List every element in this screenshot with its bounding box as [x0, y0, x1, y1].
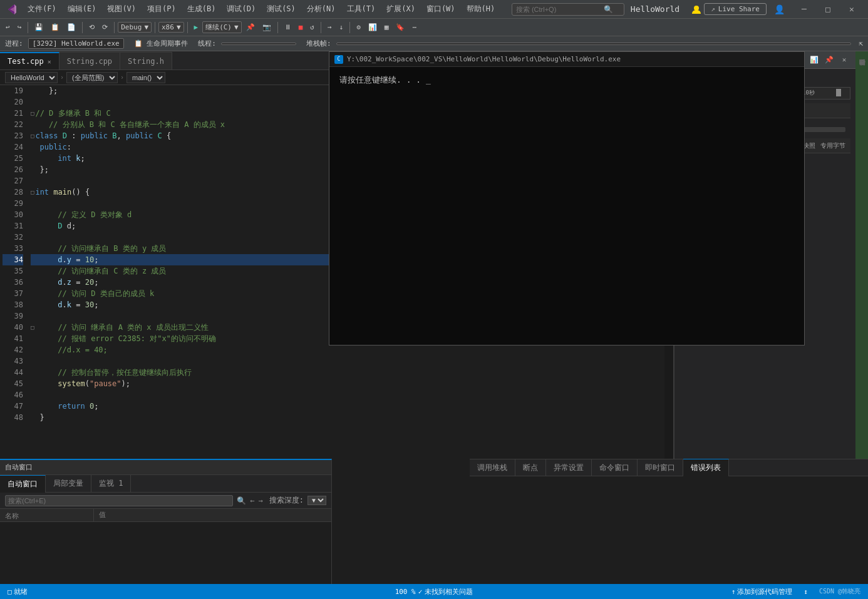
tab-immediate-window[interactable]: 即时窗口 — [638, 459, 683, 476]
tab-call-stack[interactable]: 调用堆栈 — [470, 459, 515, 476]
sep4 — [155, 22, 155, 33]
restore-button[interactable]: □ — [817, 0, 839, 19]
toolbar-redo[interactable]: ↪ — [14, 22, 25, 33]
platform-dropdown[interactable]: x86 ▼ — [158, 22, 184, 33]
right-deco: 诊断会话时间轴 — [855, 51, 868, 459]
minimize-button[interactable]: ─ — [793, 0, 815, 19]
tab-auto-window[interactable]: 自动窗口 — [0, 475, 46, 493]
toolbar-snapshot[interactable]: 📷 — [259, 22, 274, 33]
toolbar-restart[interactable]: ↺ — [307, 22, 318, 33]
toolbar-save2[interactable]: 📋 — [48, 22, 63, 33]
toolbar-stepover[interactable]: → — [324, 22, 335, 33]
close-button[interactable]: ✕ — [840, 0, 863, 19]
tab-label: Test.cpp — [8, 57, 44, 66]
debug-arrow: ▼ — [144, 23, 148, 31]
auto-window-title: 自动窗口 — [0, 460, 331, 475]
lower-tabs: 调用堆栈 断点 异常设置 命令窗口 即时窗口 错误列表 — [470, 459, 868, 476]
tab-close-icon[interactable]: ✕ — [48, 58, 51, 65]
toolbar-stop[interactable]: ■ — [296, 22, 306, 33]
toolbar-more4[interactable]: ⋯ — [409, 22, 420, 33]
toolbar-play[interactable]: ▶ — [191, 22, 202, 33]
toolbar-pause[interactable]: ⏸ — [281, 22, 294, 33]
tab-breakpoints[interactable]: 断点 — [515, 459, 546, 476]
symbol-select[interactable]: main() — [127, 72, 165, 83]
toolbar-stepinto[interactable]: ↓ — [336, 22, 347, 33]
search-input[interactable] — [516, 6, 604, 13]
bottom-tabs: 自动窗口 局部变量 监视 1 — [0, 475, 331, 493]
continue-dropdown[interactable]: 继续(C) ▼ — [202, 21, 242, 33]
sep8 — [349, 22, 350, 33]
add-to-source[interactable]: ↑ 添加到源代码管理 — [729, 587, 795, 596]
private-bytes-label: 专用字节 — [820, 141, 845, 150]
col-value-header: 值 — [94, 509, 331, 521]
panel-pin[interactable]: 📌 — [823, 54, 835, 66]
stack-label: 堆栈帧: — [306, 39, 331, 48]
zoom-label: 100 % — [395, 588, 416, 596]
project-select[interactable]: HelloWorld — [5, 72, 58, 83]
tab-exception-settings[interactable]: 异常设置 — [546, 459, 592, 476]
depth-select[interactable]: ▼ — [307, 496, 326, 505]
thread-dropdown[interactable] — [221, 43, 296, 45]
auto-search-input[interactable] — [5, 495, 233, 506]
status-right: ↑ 添加到源代码管理 ↕ CSDN @韩晓亮 — [729, 587, 863, 596]
tab-label3: String.h — [128, 57, 164, 66]
menu-analyze[interactable]: 分析(N) — [302, 3, 341, 16]
code-line-43 — [31, 356, 662, 367]
panel-chart[interactable]: 📊 — [808, 54, 820, 66]
tab-command-window[interactable]: 命令窗口 — [592, 459, 638, 476]
menu-file[interactable]: 文件(F) — [23, 3, 61, 16]
issues-icon: ✓ — [418, 588, 423, 596]
toolbar-bookmark[interactable]: 🔖 — [393, 22, 408, 33]
nav-right[interactable]: → — [259, 496, 263, 505]
tab-string-cpp[interactable]: String.cpp — [59, 52, 120, 69]
menu-build[interactable]: 生成(B) — [182, 3, 221, 16]
stack-dropdown[interactable] — [336, 43, 852, 45]
menu-project[interactable]: 项目(P) — [142, 3, 181, 16]
person-icon[interactable]: 👤 — [772, 2, 787, 17]
code-line-47: return 0; — [31, 401, 662, 412]
tab-watch1[interactable]: 监视 1 — [91, 475, 131, 493]
continue-arrow: ▼ — [234, 23, 239, 31]
nav-left[interactable]: ← — [250, 496, 254, 505]
scope-select[interactable]: (全局范围) — [66, 72, 118, 83]
menu-window[interactable]: 窗口(W) — [421, 3, 460, 16]
live-share-button[interactable]: ↗ Live Share — [704, 3, 767, 15]
status-ready[interactable]: □ 就绪 — [5, 587, 30, 596]
debug-dropdown[interactable]: Debug ▼ — [118, 22, 152, 33]
app-title: HelloWorld — [631, 4, 679, 14]
menu-tools[interactable]: 工具(T) — [342, 3, 381, 16]
search-icon: 🔍 — [604, 5, 613, 14]
expand-icon[interactable]: ⇱ — [859, 39, 863, 48]
search-box[interactable]: 🔍 — [512, 3, 624, 16]
menu-debug[interactable]: 调试(D) — [222, 3, 261, 16]
toolbar-undo[interactable]: ↩ — [3, 22, 13, 33]
toolbar-save[interactable]: 💾 — [31, 22, 46, 33]
source-icon: ↑ — [731, 588, 736, 596]
menu-extensions[interactable]: 扩展(X) — [381, 3, 420, 16]
tab-locals[interactable]: 局部变量 — [46, 475, 91, 493]
toolbar-pin[interactable]: 📌 — [243, 22, 258, 33]
process-dropdown[interactable]: [3292] HelloWorld.exe — [28, 38, 124, 49]
menu-bar: 文件(F) 编辑(E) 视图(V) 项目(P) 生成(B) 调试(D) 测试(S… — [23, 3, 512, 16]
tab-error-list[interactable]: 错误列表 — [683, 459, 729, 476]
sync-icon-area[interactable]: ↕ — [801, 588, 810, 596]
depth-label: 搜索深度: — [269, 495, 304, 506]
tab-string-h[interactable]: String.h — [120, 52, 172, 69]
deco-text: 诊断会话时间轴 — [855, 51, 868, 56]
toolbar-more2[interactable]: 📊 — [365, 22, 380, 33]
sep5 — [187, 22, 188, 33]
menu-help[interactable]: 帮助(H) — [462, 3, 500, 16]
toolbar-undo2[interactable]: ⟲ — [86, 22, 98, 33]
toolbar-redo2[interactable]: ⟳ — [99, 22, 111, 33]
menu-edit[interactable]: 编辑(E) — [63, 3, 101, 16]
toolbar-more3[interactable]: ▦ — [381, 22, 392, 33]
menu-view[interactable]: 视图(V) — [102, 3, 141, 16]
toolbar-copy[interactable]: 📄 — [64, 22, 79, 33]
panel-close[interactable]: ✕ — [838, 54, 850, 66]
code-line-46 — [31, 389, 662, 401]
tab-test-cpp[interactable]: Test.cpp ✕ — [0, 52, 59, 69]
toolbar-more1[interactable]: ⚙ — [353, 22, 364, 33]
avatar-icon[interactable] — [689, 2, 704, 17]
process-bar: 进程: [3292] HelloWorld.exe 📋 生命周期事件 线程: 堆… — [0, 36, 868, 51]
menu-test[interactable]: 测试(S) — [262, 3, 301, 16]
